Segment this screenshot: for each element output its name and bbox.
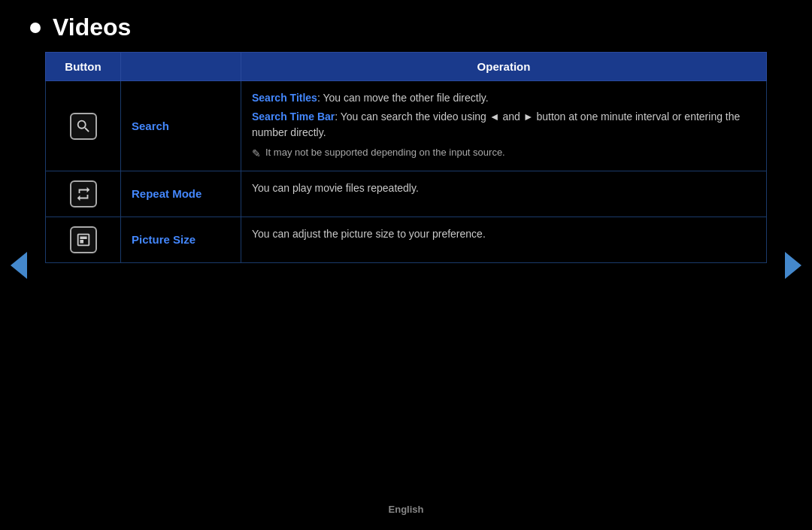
picture-name-cell: Picture Size: [121, 217, 241, 263]
repeat-icon: [75, 186, 92, 202]
repeat-feature-label: Repeat Mode: [132, 186, 201, 200]
page-title-area: Videos: [0, 0, 812, 52]
picture-btn-cell: [46, 217, 121, 263]
col-header-button-name: [121, 53, 241, 81]
search-name-cell: Search: [121, 81, 241, 171]
repeat-btn-cell: [46, 171, 121, 217]
picture-op-cell: You can adjust the picture size to your …: [241, 217, 767, 263]
search-note-text: It may not be supported depending on the…: [265, 145, 505, 160]
search-op-cell: Search Titles: You can move the other fi…: [241, 81, 767, 171]
picture-op-text: You can adjust the picture size to your …: [252, 228, 486, 240]
table-row: Picture Size You can adjust the picture …: [46, 217, 767, 263]
search-icon: [75, 118, 92, 135]
table-header-row: Button Operation: [46, 53, 767, 81]
search-timebar-bold: Search Time Bar: [252, 111, 335, 123]
search-op-line-1: Search Titles: You can move the other fi…: [252, 90, 756, 106]
page-title: Videos: [53, 14, 131, 41]
picture-feature-label: Picture Size: [132, 232, 195, 246]
repeat-name-cell: Repeat Mode: [121, 171, 241, 217]
repeat-op-text: You can play movie files repeatedly.: [252, 182, 419, 194]
nav-arrow-left[interactable]: [8, 247, 30, 284]
col-header-operation: Operation: [241, 53, 767, 81]
picture-size-icon-box: [70, 226, 97, 253]
picture-size-icon: [75, 232, 92, 248]
search-titles-rest: : You can move the other file directly.: [317, 92, 489, 104]
footer-language: English: [389, 504, 424, 515]
left-arrow-shape: [11, 252, 27, 279]
repeat-op-cell: You can play movie files repeatedly.: [241, 171, 767, 217]
table-row: Repeat Mode You can play movie files rep…: [46, 171, 767, 217]
search-note-line: ✎ It may not be supported depending on t…: [252, 145, 756, 162]
repeat-icon-box: [70, 180, 97, 207]
search-op-line-2: Search Time Bar: You can search the vide…: [252, 109, 756, 141]
search-feature-label: Search: [132, 118, 169, 132]
search-btn-cell: [46, 81, 121, 171]
nav-arrow-right[interactable]: [782, 247, 804, 284]
col-header-button: Button: [46, 53, 121, 81]
note-icon: ✎: [252, 146, 261, 162]
search-titles-bold: Search Titles: [252, 92, 317, 104]
title-dot: [30, 23, 41, 33]
right-arrow-shape: [785, 252, 801, 279]
table-row: Search Search Titles: You can move the o…: [46, 81, 767, 171]
table-container: Button Operation Search: [45, 52, 767, 263]
search-icon-box: [70, 113, 97, 140]
main-table: Button Operation Search: [45, 52, 767, 263]
